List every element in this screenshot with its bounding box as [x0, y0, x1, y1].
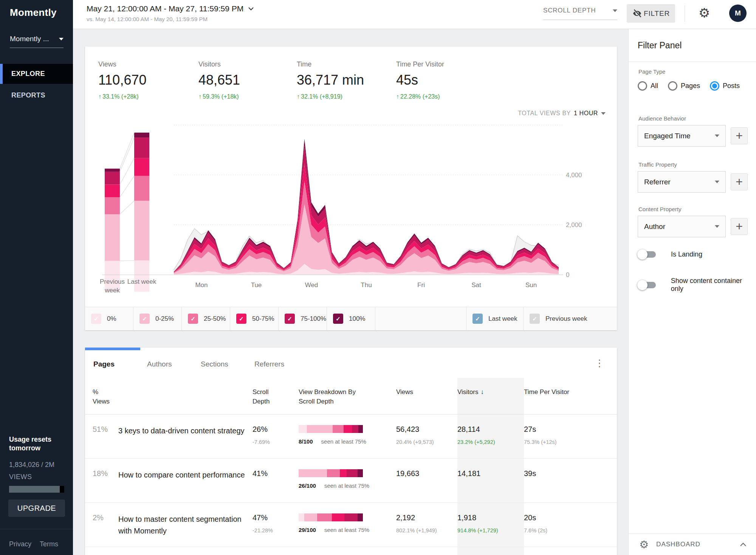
- col-scroll-depth[interactable]: Scroll Depth: [253, 378, 287, 414]
- legend-scroll-3[interactable]: 50-75%: [230, 307, 279, 330]
- col-views[interactable]: Views: [396, 378, 457, 414]
- radio-pages[interactable]: Pages: [668, 81, 700, 91]
- add-traffic-filter-button[interactable]: [731, 173, 748, 190]
- col-pct-views[interactable]: % Views: [85, 378, 118, 414]
- table-row[interactable]: 51% 3 keys to data-driven content strate…: [85, 414, 617, 459]
- topbar-divider: [685, 5, 685, 22]
- legend-previous-week[interactable]: Previous week: [524, 307, 617, 330]
- interval-select[interactable]: TOTAL VIEWS BY 1 HOUR: [518, 110, 606, 117]
- content-table-card: Pages Authors Sections Referrers % Views…: [85, 348, 617, 555]
- stat-label: Visitors: [198, 60, 240, 68]
- x-label-wed: Wed: [305, 281, 318, 289]
- app-window: Momently Momently ... EXPLORE REPORTS Us…: [0, 0, 756, 555]
- cell-views: 19,663: [396, 469, 453, 478]
- legend-scroll-2[interactable]: 25-50%: [182, 307, 230, 330]
- table-row[interactable]: 2% How to master content segmentation wi…: [85, 503, 617, 547]
- date-range-label: May 21, 12:00:00 AM - May 27, 11:59:59 P…: [87, 4, 243, 13]
- up-arrow-icon: [297, 93, 301, 100]
- scroll-depth-bar: [299, 469, 363, 477]
- table-row-partial: [85, 547, 617, 555]
- dashboard-bar[interactable]: DASHBOARD: [629, 533, 756, 555]
- cell-title[interactable]: How to compare content performance: [118, 459, 253, 502]
- content-property-select[interactable]: Author: [638, 216, 726, 237]
- legend-label: 0%: [107, 315, 116, 323]
- upgrade-button[interactable]: UPGRADE: [8, 499, 65, 517]
- breakdown-label: 26/100: [299, 482, 316, 489]
- col-visitors-label: Visitors: [457, 388, 478, 396]
- is-landing-toggle[interactable]: Is Landing: [638, 250, 702, 258]
- caret-down-icon: [601, 112, 606, 115]
- nav-label: REPORTS: [11, 91, 45, 99]
- cell-visitors-delta: 914.8% (+1,729): [457, 527, 519, 533]
- tab-sections[interactable]: Sections: [201, 360, 246, 368]
- audience-behavior-label: Audience Behavior: [638, 115, 686, 122]
- legend-scroll-0[interactable]: 0%: [85, 307, 133, 330]
- table-row[interactable]: 18% How to compare content performance 4…: [85, 459, 617, 503]
- table-body: 51% 3 keys to data-driven content strate…: [85, 414, 617, 555]
- stat-visitors: Visitors 48,651 59.3% (+18k): [198, 60, 240, 100]
- caret-down-icon: [613, 9, 617, 12]
- tab-referrers[interactable]: Referrers: [254, 360, 300, 368]
- cell-title[interactable]: 3 keys to data-driven content strategy: [118, 414, 253, 458]
- breakdown-note: seen at least 75%: [321, 438, 366, 445]
- filter-button[interactable]: FILTER: [627, 4, 675, 23]
- workspace-select[interactable]: Momently ...: [10, 35, 64, 48]
- add-audience-filter-button[interactable]: [731, 127, 748, 144]
- checkbox-checked-icon: [91, 314, 101, 324]
- select-value: Author: [644, 223, 665, 231]
- usage-count: 1,834,026 / 2M: [9, 461, 54, 469]
- cell-views-delta: 802.1% (+1,949): [396, 527, 453, 533]
- scroll-depth-bar: [299, 425, 363, 433]
- panel-divider: [629, 62, 756, 62]
- tab-pages[interactable]: Pages: [93, 360, 139, 368]
- cell-tpv: 20s: [524, 513, 612, 522]
- radio-all[interactable]: All: [638, 81, 658, 91]
- table-menu-kebab-icon[interactable]: [595, 357, 604, 369]
- cell-visitors: 14,181: [457, 469, 519, 478]
- checkbox-checked-icon: [188, 314, 198, 324]
- date-range-select[interactable]: May 21, 12:00:00 AM - May 27, 11:59:59 P…: [87, 4, 254, 13]
- stat-delta: 33.1% (+28k): [102, 93, 139, 100]
- stat-time: Time 36,717 min 32.1% (+8,919): [297, 60, 364, 100]
- up-arrow-icon: [98, 93, 102, 100]
- privacy-link[interactable]: Privacy: [9, 540, 31, 548]
- legend-scroll-4[interactable]: 75-100%: [279, 307, 327, 330]
- checkbox-checked-icon: [333, 314, 343, 324]
- radio-label: All: [651, 82, 658, 90]
- metric-select[interactable]: SCROLL DEPTH: [543, 7, 617, 20]
- toggle-off-icon: [638, 282, 656, 288]
- svg-text:4,000: 4,000: [566, 172, 582, 179]
- add-content-filter-button[interactable]: [731, 218, 748, 235]
- views-chart[interactable]: 02,0004,000: [85, 122, 617, 296]
- traffic-property-label: Traffic Property: [638, 161, 677, 168]
- radio-label: Posts: [723, 82, 740, 90]
- legend-scroll-1[interactable]: 0-25%: [133, 307, 182, 330]
- traffic-property-select[interactable]: Referrer: [638, 171, 726, 193]
- terms-link[interactable]: Terms: [40, 540, 58, 548]
- nav-label: EXPLORE: [11, 70, 45, 78]
- legend-last-week[interactable]: Last week: [466, 307, 524, 330]
- radio-posts[interactable]: Posts: [710, 81, 740, 91]
- up-arrow-icon: [198, 93, 203, 100]
- page-type-label: Page Type: [638, 68, 665, 75]
- svg-text:2,000: 2,000: [566, 221, 582, 229]
- legend-scroll-5[interactable]: 100%: [327, 307, 375, 330]
- sidebar-item-explore[interactable]: EXPLORE: [0, 64, 73, 84]
- avatar[interactable]: M: [729, 5, 747, 22]
- audience-behavior-select[interactable]: Engaged Time: [638, 125, 726, 147]
- cell-pct-views: 51%: [85, 414, 118, 458]
- settings-gear-icon[interactable]: [699, 5, 710, 20]
- sidebar-item-reports[interactable]: REPORTS: [0, 85, 73, 105]
- col-visitors[interactable]: Visitors: [457, 378, 524, 414]
- cell-title[interactable]: How to master content segmentation with …: [118, 503, 253, 547]
- cell-scroll-depth-delta: -21.28%: [253, 527, 294, 533]
- tab-authors[interactable]: Authors: [147, 360, 192, 368]
- compare-range-label: vs. May 14, 12:00:00 AM - May 20, 11:59:…: [87, 16, 208, 22]
- legend-label: Previous week: [545, 315, 587, 323]
- cell-scroll-depth: 47%: [253, 513, 294, 522]
- col-time-per-visitor[interactable]: Time Per Visitor: [524, 378, 617, 414]
- stat-value: 36,717 min: [297, 72, 364, 88]
- content-container-toggle[interactable]: Show content container only: [638, 277, 756, 293]
- usage-note: Usage resets tomorrow: [9, 435, 58, 453]
- radio-label: Pages: [681, 82, 700, 90]
